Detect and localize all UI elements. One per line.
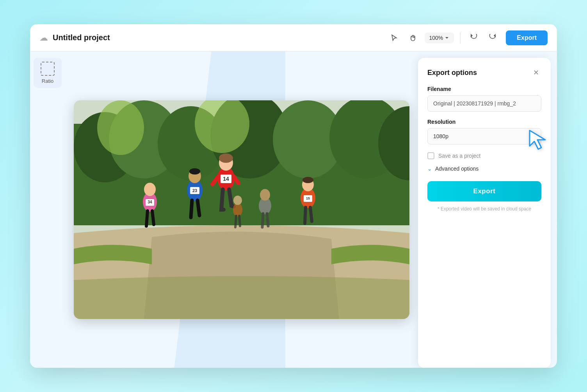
svg-point-22 [144,183,156,196]
export-note: * Exported video will be saved in cloud … [427,206,541,212]
divider [460,32,461,44]
svg-point-13 [219,153,233,163]
save-project-checkbox[interactable] [427,152,434,159]
header-left: ☁ Untitled project [39,33,381,43]
pointer-tool-button[interactable] [387,31,401,45]
resolution-select[interactable]: 720p 1080p 2K 4K [427,128,541,144]
header-right: Export [506,30,548,45]
save-project-label: Save as a project [438,153,480,159]
svg-text:34: 34 [148,200,152,204]
zoom-value: 100% [429,35,443,41]
project-title: Untitled project [53,33,110,42]
resolution-select-wrapper: 720p 1080p 2K 4K ⌄ [427,128,541,144]
filename-input[interactable] [427,95,541,112]
export-panel-button[interactable]: Export [427,181,541,201]
chevron-down-icon: ⌄ [427,166,432,172]
canvas-area: 14 23 [65,52,418,368]
hand-tool-button[interactable] [406,31,420,45]
header-export-button[interactable]: Export [506,30,548,45]
advanced-options-row[interactable]: ⌄ Advanced options [427,166,541,172]
svg-text:15: 15 [306,196,310,200]
main-content: Ratio [30,52,557,368]
svg-text:23: 23 [192,188,197,193]
ratio-label: Ratio [42,78,53,84]
svg-point-18 [189,168,200,175]
cloud-icon: ☁ [39,33,48,43]
svg-point-33 [233,196,242,205]
filename-label: Filename [427,86,541,92]
race-image: 14 23 [74,100,409,319]
ratio-icon [41,62,55,76]
image-container: 14 23 [74,100,409,319]
left-sidebar: Ratio [30,52,65,368]
ratio-tool[interactable]: Ratio [34,58,62,88]
svg-point-27 [302,177,313,183]
save-project-row: Save as a project [427,152,541,159]
header-center: 100% [387,31,500,45]
app-window: ☁ Untitled project 100% [30,24,557,368]
redo-button[interactable] [486,31,500,45]
header: ☁ Untitled project 100% [30,24,557,52]
close-button[interactable]: ✕ [530,67,541,78]
panel-header: Export options ✕ [427,67,541,78]
svg-point-9 [97,100,144,155]
panel-title: Export options [427,69,477,77]
svg-text:14: 14 [223,176,229,182]
undo-button[interactable] [467,31,481,45]
svg-point-31 [260,189,270,201]
export-panel: Export options ✕ Filename Resolution 720… [418,58,551,368]
advanced-options-label: Advanced options [435,166,478,172]
zoom-control[interactable]: 100% [425,32,454,43]
resolution-label: Resolution [427,119,541,125]
